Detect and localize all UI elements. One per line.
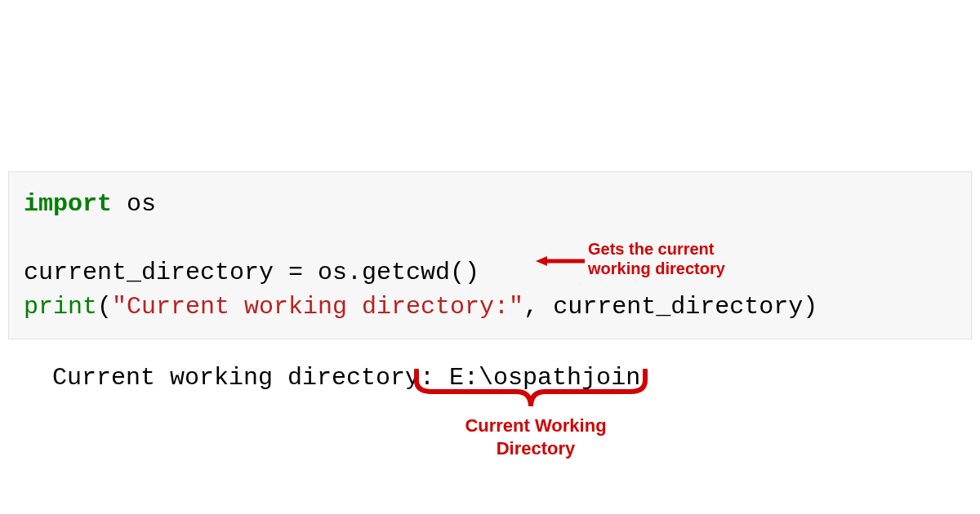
arrow-icon — [536, 255, 585, 268]
svg-marker-1 — [536, 256, 547, 266]
annotation-text-line2: working directory — [588, 259, 725, 278]
code-text: os.getcwd() — [303, 259, 479, 286]
code-text: ( — [97, 293, 112, 321]
annotation-text-line1: Gets the current — [588, 239, 725, 259]
brace-icon — [412, 369, 650, 410]
code-text: os — [112, 190, 156, 218]
code-text: = — [288, 259, 303, 286]
code-block: import os current_directory = os.getcwd(… — [8, 171, 972, 339]
code-line-1: import os — [24, 187, 956, 221]
string-literal: "Current working directory:" — [112, 293, 523, 321]
func-print: print — [24, 293, 97, 321]
annotation-cwd-label: Current Working Directory — [454, 414, 617, 459]
annotation-text-line2: Directory — [454, 437, 617, 460]
code-text: , current_directory) — [523, 293, 817, 321]
keyword-import: import — [24, 190, 112, 218]
code-line-4: print("Current working directory:", curr… — [24, 290, 956, 324]
annotation-gets-cwd: Gets the current working directory — [588, 239, 725, 278]
code-text: current_directory — [24, 259, 288, 286]
annotation-text-line1: Current Working — [454, 414, 617, 437]
code-line-3: current_directory = os.getcwd() — [24, 255, 956, 290]
code-line-blank — [24, 221, 956, 255]
